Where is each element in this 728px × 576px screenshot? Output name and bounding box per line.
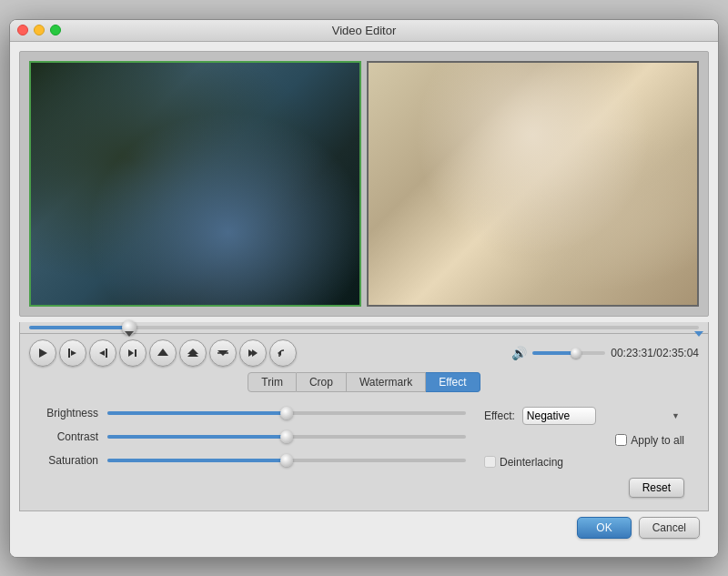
close-button[interactable] (17, 25, 28, 35)
video-preview-area (19, 51, 709, 317)
saturation-thumb[interactable] (280, 454, 293, 467)
contrast-label: Contrast (44, 430, 107, 443)
saturation-slider[interactable] (107, 459, 466, 462)
up-button-1[interactable] (149, 339, 177, 367)
svg-marker-5 (128, 349, 134, 357)
play-button[interactable] (29, 339, 56, 367)
mark-out-button[interactable] (89, 339, 116, 367)
seek-end-marker (694, 331, 703, 337)
svg-marker-7 (157, 349, 168, 356)
deinterlacing-label: Deinterlacing (500, 456, 563, 469)
skip-end-button[interactable] (239, 339, 267, 367)
contrast-row: Contrast (44, 430, 466, 443)
window-title: Video Editor (332, 24, 397, 37)
up-button-2[interactable] (179, 339, 207, 367)
apply-to-all-text: Apply to all (631, 434, 684, 447)
video-frame-left (31, 63, 359, 305)
svg-rect-3 (106, 349, 107, 358)
svg-marker-13 (252, 349, 258, 357)
effect-label: Effect: (484, 409, 515, 422)
video-editor-window: Video Editor (9, 19, 719, 558)
effect-select-wrapper: None Negative Grayscale Sepia Old Film (522, 407, 684, 425)
volume-slider[interactable] (532, 351, 605, 355)
tabs-row: Trim Crop Watermark Effect (29, 372, 699, 392)
apply-to-all-row: Apply to all (484, 434, 684, 447)
effect-panel: Brightness Contrast (29, 399, 699, 505)
saturation-label: Saturation (44, 454, 107, 467)
svg-marker-0 (39, 349, 47, 358)
mark-in-button[interactable] (59, 339, 86, 367)
apply-to-all-checkbox[interactable] (615, 434, 627, 446)
video-panel-right (367, 61, 699, 307)
saturation-row: Saturation (44, 454, 466, 467)
main-content: 🔊 00:23:31/02:35:04 Trim Crop Watermark … (10, 42, 718, 557)
contrast-thumb[interactable] (280, 430, 293, 443)
video-frame-right (369, 63, 697, 305)
effect-select[interactable]: None Negative Grayscale Sepia Old Film (522, 407, 596, 425)
time-display: 00:23:31/02:35:04 (611, 347, 699, 359)
brightness-slider[interactable] (107, 411, 466, 415)
next-frame-button[interactable] (119, 339, 147, 367)
brightness-thumb[interactable] (280, 407, 293, 419)
reset-row: Reset (484, 478, 684, 498)
maximize-button[interactable] (50, 25, 61, 35)
tab-crop[interactable]: Crop (297, 372, 347, 392)
bottom-row: OK Cancel (19, 511, 709, 548)
deinterlacing-row: Deinterlacing (484, 456, 684, 469)
controls-row: 🔊 00:23:31/02:35:04 (29, 339, 699, 367)
right-controls: Effect: None Negative Grayscale Sepia Ol… (484, 407, 684, 498)
effect-selector-row: Effect: None Negative Grayscale Sepia Ol… (484, 407, 684, 425)
tab-trim[interactable]: Trim (248, 372, 297, 392)
time-current: 00:23:31 (611, 347, 653, 359)
ok-button[interactable]: OK (577, 517, 631, 539)
traffic-lights (17, 25, 61, 35)
seek-bar-container (19, 322, 709, 334)
svg-marker-4 (99, 350, 105, 356)
time-total: 02:35:04 (656, 347, 699, 359)
left-controls: Brightness Contrast (44, 407, 466, 498)
tab-watermark[interactable]: Watermark (347, 372, 426, 392)
seek-bar[interactable] (29, 326, 699, 329)
volume-thumb[interactable] (571, 348, 581, 359)
volume-area: 🔊 00:23:31/02:35:04 (511, 346, 699, 360)
apply-to-all-label[interactable]: Apply to all (615, 434, 684, 447)
cancel-button[interactable]: Cancel (639, 517, 700, 539)
transport-buttons (29, 339, 297, 367)
svg-marker-2 (71, 350, 76, 356)
minimize-button[interactable] (34, 25, 45, 35)
brightness-label: Brightness (44, 407, 107, 419)
contrast-slider[interactable] (107, 435, 466, 439)
tab-effect[interactable]: Effect (426, 372, 480, 392)
seek-start-marker (125, 331, 134, 337)
center-button[interactable] (209, 339, 237, 367)
svg-rect-6 (135, 349, 136, 357)
volume-icon: 🔊 (511, 346, 527, 360)
controls-area: 🔊 00:23:31/02:35:04 Trim Crop Watermark … (19, 334, 709, 511)
brightness-row: Brightness (44, 407, 466, 419)
deinterlacing-checkbox[interactable] (484, 456, 496, 468)
undo-button[interactable] (269, 339, 297, 367)
svg-rect-1 (68, 349, 70, 358)
title-bar: Video Editor (10, 20, 718, 42)
reset-button[interactable]: Reset (629, 478, 684, 498)
video-panel-left (29, 61, 361, 307)
